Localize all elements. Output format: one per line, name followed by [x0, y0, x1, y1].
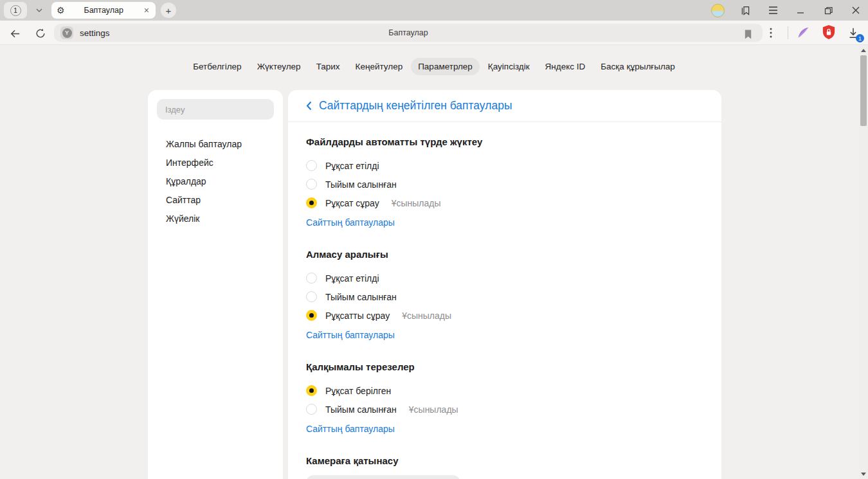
section-heading: Қалқымалы терезелер: [306, 361, 703, 374]
reload-button[interactable]: [33, 26, 48, 41]
triangle-up-icon: [861, 49, 866, 52]
browser-toolbar: Y settings Баптаулар 1: [0, 21, 868, 45]
kebab-menu-icon: [770, 28, 772, 38]
site-icon: Y: [60, 26, 73, 39]
recommended-badge: Ұсынылады: [409, 404, 458, 415]
tab-downloads[interactable]: Жүктеулер: [250, 58, 308, 75]
bookmark-flag-icon: [743, 29, 753, 40]
reload-icon: [35, 28, 46, 39]
sidebar-item-tools[interactable]: Құралдар: [148, 172, 283, 191]
radio-option[interactable]: Тыйым салынған Ұсынылады: [306, 400, 703, 419]
minimize-icon: [797, 6, 804, 14]
triangle-down-icon: [861, 473, 866, 476]
radio-icon[interactable]: [306, 197, 317, 208]
scroll-up-arrow[interactable]: [859, 46, 868, 54]
radio-icon[interactable]: [306, 291, 317, 302]
radio-option[interactable]: Рұқсат етілді: [306, 156, 703, 175]
sidebar-search[interactable]: [157, 99, 274, 120]
radio-option[interactable]: Тыйым салынған: [306, 287, 703, 306]
section-heading: Алмасу аралығы: [306, 248, 703, 261]
settings-page: Бетбелгілер Жүктеулер Тарих Кеңейтулер П…: [0, 45, 868, 479]
section-popups: Қалқымалы терезелер Рұқсат берілген Тыйы…: [306, 361, 703, 435]
radio-option[interactable]: Рұқсатты сұрау Ұсынылады: [306, 306, 703, 325]
tab-settings[interactable]: Параметрлер: [411, 58, 480, 75]
settings-nav-tabs: Бетбелгілер Жүктеулер Тарих Кеңейтулер П…: [0, 45, 868, 75]
settings-sidebar: Жалпы баптаулар Интерфейс Құралдар Сайтт…: [148, 90, 283, 479]
url-text: settings: [80, 28, 110, 38]
radio-option[interactable]: Рұқсат сұрау Ұсынылады: [306, 194, 703, 212]
back-button[interactable]: [8, 26, 22, 41]
site-settings-link[interactable]: Сайттың баптаулары: [306, 216, 395, 229]
restore-icon: [824, 6, 833, 15]
page-title: Сайттардың кеңейтілген баптаулары: [319, 99, 512, 113]
downloads-button[interactable]: 1: [846, 26, 860, 40]
profile-avatar[interactable]: [711, 4, 725, 17]
page-scrollbar[interactable]: [859, 45, 868, 479]
chevron-left-icon: [306, 101, 312, 111]
tab-yandex-id[interactable]: Яндекс ID: [538, 58, 593, 75]
tab-other-devices[interactable]: Басқа құрылғылар: [593, 58, 682, 75]
radio-icon[interactable]: [306, 179, 317, 190]
section-camera: Камераға қатынасу ov9734_azurewave_camer…: [306, 455, 703, 479]
radio-icon[interactable]: [306, 310, 317, 321]
radio-option[interactable]: Рұқсат берілген: [306, 381, 703, 400]
camera-device-select[interactable]: ov9734_azurewave_camera Алдыңғы ⌄: [306, 475, 460, 479]
site-settings-link[interactable]: Сайттың баптаулары: [306, 329, 395, 341]
window-close-button[interactable]: [849, 3, 863, 17]
recommended-badge: Ұсынылады: [402, 311, 451, 321]
bookmarks-icon: [740, 5, 751, 16]
bookmarks-panel-button[interactable]: [738, 3, 752, 17]
sidebar-item-general[interactable]: Жалпы баптаулар: [148, 135, 283, 154]
tab-extensions[interactable]: Кеңейтулер: [348, 58, 410, 75]
tab-counter-button[interactable]: 1: [4, 2, 27, 19]
browser-menu-button[interactable]: [766, 3, 780, 17]
section-heading: Файлдарды автоматты түрде жүктеу: [306, 136, 703, 149]
tab-list-chevron-button[interactable]: [31, 2, 48, 19]
site-settings-link[interactable]: Сайттың баптаулары: [306, 422, 395, 435]
omnibox-page-title: Баптаулар: [388, 28, 428, 37]
tab-history[interactable]: Тарих: [309, 58, 347, 75]
section-heading: Камераға қатынасу: [306, 455, 703, 467]
gear-icon: ⚙: [57, 6, 65, 15]
sidebar-item-system[interactable]: Жүйелік: [148, 210, 283, 228]
chevron-down-icon: [36, 8, 42, 12]
bookmark-page-button[interactable]: [741, 27, 755, 41]
close-tab-icon[interactable]: ×: [143, 5, 150, 15]
tab-security[interactable]: Қауіпсіздік: [481, 58, 537, 75]
section-clipboard: Алмасу аралығы Рұқсат етілді Тыйым салын…: [306, 248, 703, 341]
search-input[interactable]: [157, 105, 274, 114]
address-bar[interactable]: Y settings Баптаулар: [54, 24, 763, 42]
radio-label: Тыйым салынған: [325, 179, 397, 190]
new-tab-button[interactable]: +: [161, 3, 176, 18]
protect-shield-button[interactable]: [822, 25, 836, 39]
toolbar-divider: [788, 26, 788, 39]
extension-feather-button[interactable]: [796, 26, 810, 40]
tab-actions-menu-button[interactable]: [764, 26, 778, 40]
window-minimize-button[interactable]: [793, 3, 808, 17]
browser-tab-settings[interactable]: ⚙ Баптаулар ×: [51, 2, 156, 19]
settings-sections: Файлдарды автоматты түрде жүктеу Рұқсат …: [288, 122, 721, 479]
radio-icon[interactable]: [306, 273, 317, 284]
radio-label: Тыйым салынған: [325, 404, 397, 415]
section-auto-download: Файлдарды автоматты түрде жүктеу Рұқсат …: [306, 136, 703, 229]
shield-lock-icon: [822, 24, 836, 40]
radio-icon[interactable]: [306, 404, 317, 415]
window-restore-button[interactable]: [821, 3, 835, 17]
radio-label: Рұқсат сұрау: [325, 198, 379, 208]
radio-label: Рұқсат берілген: [325, 386, 391, 396]
radio-label: Рұқсат етілді: [325, 161, 379, 171]
radio-icon[interactable]: [306, 160, 317, 171]
tab-count: 1: [10, 5, 21, 16]
radio-option[interactable]: Рұқсат етілді: [306, 269, 703, 287]
feather-icon: [796, 26, 810, 40]
back-arrow-icon: [9, 28, 21, 40]
sidebar-item-interface[interactable]: Интерфейс: [148, 154, 283, 172]
scroll-down-arrow[interactable]: [859, 470, 868, 478]
radio-icon[interactable]: [306, 385, 317, 396]
page-title-back-link[interactable]: Сайттардың кеңейтілген баптаулары: [288, 90, 721, 122]
tab-bookmarks[interactable]: Бетбелгілер: [186, 58, 248, 75]
scrollbar-thumb[interactable]: [860, 55, 867, 126]
sidebar-item-sites[interactable]: Сайттар: [148, 191, 283, 210]
tab-title: Баптаулар: [65, 6, 143, 15]
radio-option[interactable]: Тыйым салынған: [306, 175, 703, 194]
